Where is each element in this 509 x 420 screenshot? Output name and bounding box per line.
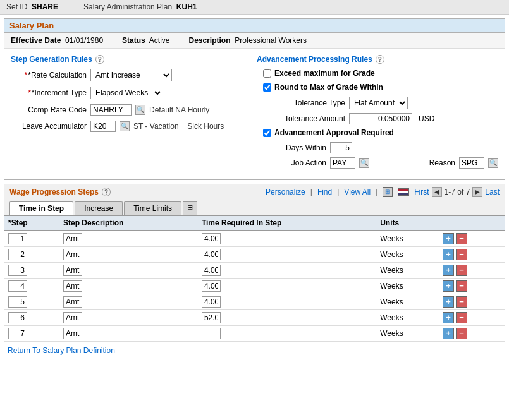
time-input-1[interactable] — [202, 249, 221, 260]
units-text-5: Weeks — [380, 313, 403, 322]
salary-admin-value: KUH1 — [176, 3, 197, 11]
view-all-link[interactable]: View All — [344, 188, 371, 196]
round-to-max-checkbox[interactable] — [263, 83, 271, 92]
step-input-0[interactable] — [8, 233, 27, 244]
step-generation-panel: Step Generation Rules ? *Rate Calculatio… — [4, 49, 250, 179]
step-input-5[interactable] — [8, 312, 27, 323]
wps-help-icon[interactable]: ? — [102, 188, 111, 196]
del-row-btn-4[interactable]: − — [456, 296, 467, 308]
add-row-btn-6[interactable]: + — [443, 328, 454, 339]
units-text-4: Weeks — [380, 297, 403, 306]
days-within-label: Days Within — [276, 143, 326, 152]
first-nav[interactable]: First — [414, 188, 429, 196]
approval-required-checkbox[interactable] — [263, 129, 271, 137]
add-row-btn-2[interactable]: + — [443, 265, 454, 276]
units-text-0: Weeks — [380, 234, 403, 243]
step-desc-input-6[interactable] — [63, 328, 82, 339]
rate-calc-select[interactable]: Amt Increase Pct Increase Range Penetrat… — [90, 69, 172, 81]
step-desc-input-5[interactable] — [63, 312, 82, 323]
step-gen-title: Step Generation Rules ? — [11, 55, 243, 64]
tolerance-type-label: Tolerance Type — [276, 99, 345, 107]
del-row-btn-3[interactable]: − — [456, 280, 467, 292]
expand-icon[interactable]: ⊞ — [383, 187, 393, 197]
time-input-3[interactable] — [202, 280, 221, 292]
increment-type-select[interactable]: Elapsed Weeks Elapsed Days Elapsed Month… — [90, 87, 163, 99]
leave-accum-label: Leave Accumulator — [11, 122, 87, 131]
del-row-btn-2[interactable]: − — [456, 265, 467, 276]
row-actions-5: + − — [443, 312, 501, 323]
del-row-btn-6[interactable]: − — [456, 328, 467, 339]
time-input-5[interactable] — [202, 312, 221, 323]
step-desc-input-2[interactable] — [63, 265, 82, 276]
tolerance-section: Tolerance Type Flat Amount Percent Toler… — [257, 97, 498, 124]
time-input-4[interactable] — [202, 296, 221, 308]
personalize-link[interactable]: Personalize — [266, 188, 305, 196]
step-input-3[interactable] — [8, 280, 27, 292]
prev-nav[interactable]: ◀ — [432, 187, 442, 197]
add-row-btn-4[interactable]: + — [443, 296, 454, 308]
increment-type-label: *Increment Type — [11, 88, 87, 97]
tolerance-amount-row: Tolerance Amount USD — [276, 113, 498, 124]
flag-icon — [398, 188, 409, 196]
last-nav[interactable]: Last — [485, 188, 500, 196]
del-row-btn-1[interactable]: − — [456, 249, 467, 260]
salary-plan-header: Salary Plan — [4, 19, 505, 33]
tab-grid-icon[interactable]: ⊞ — [183, 201, 197, 215]
step-desc-input-4[interactable] — [63, 296, 82, 308]
comp-rate-static: Default NA Hourly — [149, 105, 209, 114]
days-within-row: Days Within — [276, 142, 498, 153]
reason-input[interactable] — [459, 157, 484, 169]
tolerance-amount-input[interactable] — [349, 113, 412, 124]
add-row-btn-3[interactable]: + — [443, 280, 454, 292]
leave-accum-search-icon[interactable]: 🔍 — [120, 121, 130, 131]
time-input-2[interactable] — [202, 265, 221, 276]
add-row-btn-1[interactable]: + — [443, 249, 454, 260]
return-link[interactable]: Return To Salary Plan Definition — [0, 341, 123, 360]
time-input-0[interactable] — [202, 233, 221, 244]
step-input-1[interactable] — [8, 249, 27, 260]
table-row: Weeks + − — [4, 231, 505, 247]
row-actions-3: + − — [443, 280, 501, 292]
tab-time-limits[interactable]: Time Limits — [124, 201, 181, 215]
days-within-input[interactable] — [330, 142, 352, 153]
del-row-btn-0[interactable]: − — [456, 233, 467, 244]
table-row: Weeks + − — [4, 326, 505, 342]
next-nav[interactable]: ▶ — [472, 187, 482, 197]
wps-header: Wage Progression Steps ? Personalize | F… — [4, 184, 505, 200]
wps-controls: Personalize | Find | View All | ⊞ First … — [266, 187, 500, 197]
step-input-4[interactable] — [8, 296, 27, 308]
col-time: Time Required In Step — [198, 216, 376, 231]
salary-admin-label: Salary Administration Plan KUH1 — [83, 3, 197, 11]
step-gen-help-icon[interactable]: ? — [95, 55, 104, 64]
step-desc-input-3[interactable] — [63, 280, 82, 292]
add-row-btn-5[interactable]: + — [443, 312, 454, 323]
two-panel: Step Generation Rules ? *Rate Calculatio… — [4, 49, 505, 179]
leave-accum-input[interactable] — [90, 121, 116, 132]
job-action-search-icon[interactable]: 🔍 — [359, 158, 369, 168]
time-input-6[interactable] — [202, 328, 221, 339]
advancement-title: Advancement Processing Rules ? — [257, 55, 498, 64]
reason-search-icon[interactable]: 🔍 — [488, 158, 498, 168]
meta-row: Effective Date 01/01/1980 Status Active … — [4, 33, 505, 49]
tolerance-type-select[interactable]: Flat Amount Percent — [349, 97, 408, 109]
step-desc-input-1[interactable] — [63, 249, 82, 260]
units-text-3: Weeks — [380, 282, 403, 291]
comp-rate-input[interactable] — [90, 104, 132, 116]
tab-time-in-step[interactable]: Time in Step — [9, 201, 73, 215]
step-desc-input-0[interactable] — [63, 233, 82, 244]
col-units: Units — [376, 216, 439, 231]
currency-label: USD — [419, 114, 434, 123]
add-row-btn-0[interactable]: + — [443, 233, 454, 244]
step-input-2[interactable] — [8, 265, 27, 276]
tab-increase[interactable]: Increase — [75, 201, 123, 215]
find-link[interactable]: Find — [317, 188, 332, 196]
advancement-help-icon[interactable]: ? — [376, 55, 384, 64]
comp-rate-search-icon[interactable]: 🔍 — [135, 105, 145, 115]
job-action-input[interactable] — [330, 157, 355, 169]
effective-date-label: Effective Date 01/01/1980 — [11, 36, 103, 45]
advancement-label: Advancement Processing Rules — [257, 55, 372, 64]
exceed-max-checkbox[interactable] — [263, 69, 271, 78]
wps-title-label: Wage Progression Steps — [9, 188, 99, 196]
del-row-btn-5[interactable]: − — [456, 312, 467, 323]
step-input-6[interactable] — [8, 328, 27, 339]
